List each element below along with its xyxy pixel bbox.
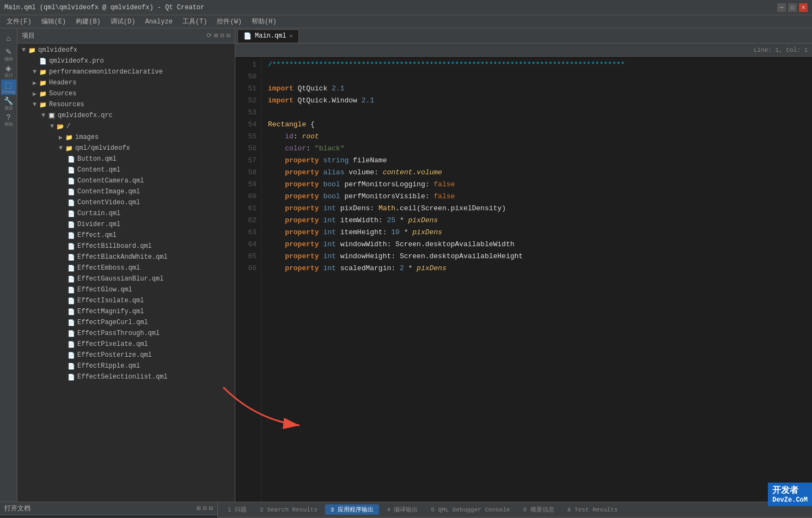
collapse-icon[interactable]: ⊟	[227, 32, 230, 40]
open-docs-icon3[interactable]: ⊟	[209, 504, 213, 513]
code-line-63: property int itemHeight: 10 * pixDens	[268, 227, 805, 239]
file-tree-header-icons: ⟳ ⊞ ⊡ ⊟	[206, 32, 230, 40]
menu-help[interactable]: 帮助(H)	[247, 16, 281, 27]
tree-item-perf[interactable]: ▼ 📁 performancemonitordeclarative	[17, 66, 235, 77]
sidebar-welcome-btn[interactable]: ⌂	[1, 31, 16, 46]
output-tab-problems[interactable]: 1 问题	[222, 504, 252, 515]
tree-item-resources[interactable]: ▼ 📁 Resources	[17, 99, 235, 110]
tree-item-effectmagnify[interactable]: 📄 EffectMagnify.qml	[17, 306, 235, 317]
open-docs-header: 打开文档 ⊞ ⊡ ⊟	[0, 502, 217, 515]
sidebar-icons: ⌂ ✎ 编辑 ◈ 设计 ⬚ Debug 🔧 项目 ? 帮助	[0, 28, 17, 502]
code-line-60: property bool perfMonitorsVisible: false	[268, 191, 805, 203]
tree-item-effectbillboard[interactable]: 📄 EffectBillboard.qml	[17, 241, 235, 252]
output-tab-test[interactable]: 8 Test Results	[562, 505, 623, 514]
title-bar: Main.qml (qml\qmlvideofx @ qmlvideofx) -…	[0, 0, 812, 15]
minimize-button[interactable]: ─	[777, 3, 786, 12]
sidebar-project-btn[interactable]: 🔧 项目	[1, 96, 16, 111]
output-tab-compile[interactable]: 4 编译输出	[381, 504, 423, 515]
tab-close-btn[interactable]: ✕	[290, 33, 293, 39]
tree-item-headers[interactable]: ▶ 📁 Headers	[17, 77, 235, 88]
open-docs-title: 打开文档	[4, 504, 30, 513]
sidebar-edit-btn[interactable]: ✎ 编辑	[1, 47, 16, 62]
code-line-1: /***************************************…	[268, 59, 805, 71]
tree-item-button[interactable]: 📄 Button.qml	[17, 154, 235, 164]
sidebar-design-btn[interactable]: ◈ 设计	[1, 63, 16, 78]
editor-toolbar: Line: 1, Col: 1	[235, 44, 812, 57]
menu-controls[interactable]: 控件(W)	[212, 16, 246, 27]
menu-tools[interactable]: 工具(T)	[178, 16, 212, 27]
tree-item-contentvideo[interactable]: 📄 ContentVideo.qml	[17, 197, 235, 208]
tree-item-effectripple[interactable]: 📄 EffectRipple.qml	[17, 361, 235, 371]
file-tree-panel: 项目 ⟳ ⊞ ⊡ ⊟ ▼ 📁 qmlvideofx 📄 qmlvideofx.p…	[17, 28, 235, 502]
tree-item-effectpagecurl[interactable]: 📄 EffectPageCurl.qml	[17, 317, 235, 328]
bottom-right-panel: 1 问题 2 Search Results 3 应用程序输出 4 编译输出 5 …	[218, 502, 812, 518]
tree-item-effectgaussian[interactable]: 📄 EffectGaussianBlur.qml	[17, 273, 235, 284]
arrow-icon: ▼	[22, 46, 28, 54]
open-docs-icon1[interactable]: ⊞	[197, 504, 200, 513]
menu-file[interactable]: 文件(F)	[2, 16, 36, 27]
tree-item-effectemboss[interactable]: 📄 EffectEmboss.qml	[17, 263, 235, 273]
tree-item-effectpixelate[interactable]: 📄 EffectPixelate.qml	[17, 339, 235, 350]
code-line-61: property int pixDens: Math.ceil(Screen.p…	[268, 203, 805, 215]
watermark: 开发者 DevZe.CoM	[768, 483, 812, 506]
code-line-64: property int windowWidth: Screen.desktop…	[268, 239, 805, 251]
sidebar-help-btn[interactable]: ? 帮助	[1, 112, 16, 127]
code-line-54: Rectangle {	[268, 119, 805, 131]
file-tree-header: 项目 ⟳ ⊞ ⊡ ⊟	[17, 28, 235, 44]
filter-icon[interactable]: ⊞	[214, 32, 218, 40]
open-docs-icon2[interactable]: ⊡	[203, 504, 207, 513]
tree-item-effectposterize[interactable]: 📄 EffectPosterize.qml	[17, 350, 235, 361]
sync-icon[interactable]: ⟳	[206, 32, 212, 40]
menu-build[interactable]: 构建(B)	[71, 16, 105, 27]
code-line-50	[268, 71, 805, 83]
tree-item-slash[interactable]: ▼ 📂 /	[17, 121, 235, 132]
tree-item-effectbw[interactable]: 📄 EffectBlackAndWhite.qml	[17, 252, 235, 263]
tab-label: Main.qml	[255, 32, 286, 40]
file-tree-title: 项目	[22, 31, 35, 40]
tree-item-effectpassthrough[interactable]: 📄 EffectPassThrough.qml	[17, 328, 235, 339]
code-line-57: property string fileName	[268, 155, 805, 167]
tree-item-sources[interactable]: ▶ 📁 Sources	[17, 88, 235, 99]
watermark-line2: DevZe.CoM	[772, 496, 808, 504]
code-line-56: color: "black"	[268, 143, 805, 155]
tree-item-images[interactable]: ▶ 📁 images	[17, 132, 235, 143]
tree-item-effectselectionlist[interactable]: 📄 EffectSelectionlist.qml	[17, 371, 235, 382]
code-line-58: property alias volume: content.volume	[268, 167, 805, 179]
tree-item-effectisolate[interactable]: 📄 EffectIsolate.qml	[17, 295, 235, 306]
tree-item-qrc[interactable]: ▼ 🔲 qmlvideofx.qrc	[17, 110, 235, 121]
tree-item-effect[interactable]: 📄 Effect.qml	[17, 230, 235, 241]
editor-content: 1 50 51 52 53 54 55 56 57 58 59 60 61 62…	[235, 57, 812, 502]
maximize-button[interactable]: □	[788, 3, 797, 12]
bottom-left-panel: 打开文档 ⊞ ⊡ ⊟ main.cpp Main.qml 项目: qmlvide…	[0, 502, 218, 518]
tree-item-qmlvideofx[interactable]: ▼ 📁 qmlvideofx	[17, 45, 235, 56]
tree-item-contentcamera[interactable]: 📄 ContentCamera.qml	[17, 175, 235, 186]
title-text: Main.qml (qml\qmlvideofx @ qmlvideofx) -…	[4, 4, 204, 11]
tree-item-qml-folder[interactable]: ▼ 📁 qml/qmlvideofx	[17, 143, 235, 154]
menu-edit[interactable]: 编辑(E)	[37, 16, 71, 27]
tree-item-content[interactable]: 📄 Content.qml	[17, 164, 235, 175]
code-line-53	[268, 107, 805, 119]
menu-analyze[interactable]: Analyze	[141, 17, 176, 27]
sidebar-debug-btn[interactable]: ⬚ Debug	[1, 80, 16, 95]
expand-icon[interactable]: ⊡	[221, 32, 224, 40]
open-docs-icons: ⊞ ⊡ ⊟	[197, 504, 213, 513]
tree-item-pro[interactable]: 📄 qmlvideofx.pro	[17, 56, 235, 66]
doc-item-maincpp[interactable]: main.cpp	[0, 515, 217, 518]
file-tree: ▼ 📁 qmlvideofx 📄 qmlvideofx.pro ▼ 📁 perf…	[17, 44, 235, 502]
code-line-51: import QtQuick 2.1	[268, 83, 805, 95]
close-button[interactable]: ✕	[799, 3, 808, 12]
output-tab-summary[interactable]: 6 概要信息	[517, 504, 559, 515]
output-tab-app[interactable]: 3 应用程序输出	[325, 504, 379, 515]
code-area[interactable]: /***************************************…	[261, 57, 812, 502]
tree-item-curtain[interactable]: 📄 Curtain.qml	[17, 208, 235, 219]
code-line-55: id: root	[268, 131, 805, 143]
code-line-66: property int scaledMargin: 2 * pixDens	[268, 263, 805, 275]
menu-debug[interactable]: 调试(D)	[106, 16, 140, 27]
tree-item-effectglow[interactable]: 📄 EffectGlow.qml	[17, 284, 235, 295]
output-tab-qml[interactable]: 5 QML Debugger Console	[425, 505, 515, 514]
tree-item-contentimage[interactable]: 📄 ContentImage.qml	[17, 186, 235, 197]
editor-tab-main[interactable]: 📄 Main.qml ✕	[237, 29, 299, 42]
tree-item-divider[interactable]: 📄 Divider.qml	[17, 219, 235, 230]
output-tab-search[interactable]: 2 Search Results	[254, 505, 323, 514]
tab-icon: 📄	[243, 32, 252, 40]
